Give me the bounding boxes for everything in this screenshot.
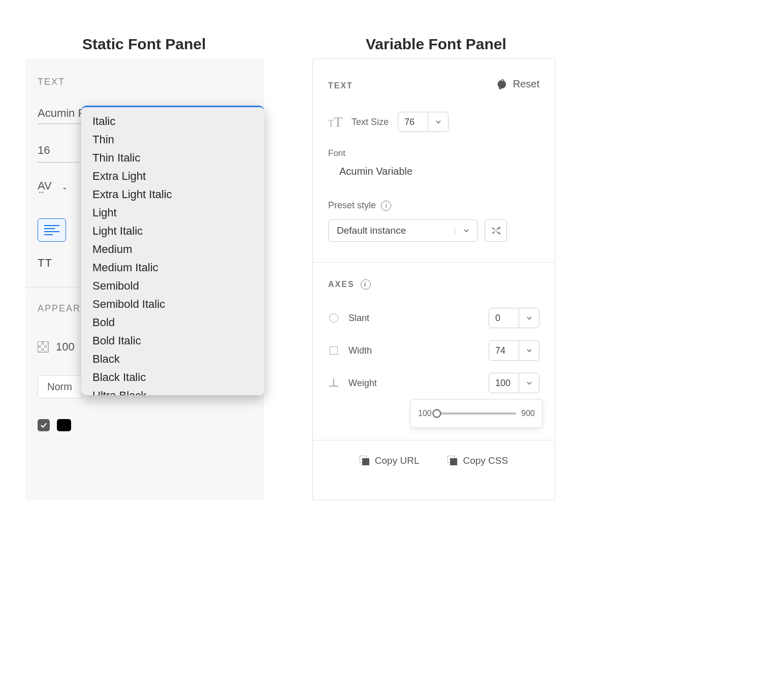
axis-slant-value: 0 — [489, 308, 519, 328]
tracking-value[interactable]: - — [63, 181, 67, 195]
shuffle-button[interactable] — [485, 219, 507, 242]
text-size-label: Text Size — [352, 117, 389, 128]
font-weight-option[interactable]: Black Italic — [81, 368, 264, 387]
axis-width-row: Width 74 — [328, 340, 539, 361]
align-left-button[interactable] — [38, 218, 66, 242]
font-weight-option[interactable]: Extra Light — [81, 167, 264, 185]
text-size-icon: TT — [328, 114, 342, 130]
slant-icon — [328, 313, 339, 323]
reset-label: Reset — [513, 78, 539, 90]
axis-weight-row: Weight 100 — [328, 373, 539, 393]
axis-width-input[interactable]: 74 — [489, 340, 539, 361]
opacity-icon — [38, 341, 49, 353]
font-weight-option[interactable]: Semibold — [81, 277, 264, 295]
font-weight-option[interactable]: Extra Light Italic — [81, 185, 264, 204]
width-icon — [328, 346, 339, 355]
font-weight-option[interactable]: Thin Italic — [81, 149, 264, 167]
axis-weight-label: Weight — [348, 378, 480, 389]
chevron-down-icon[interactable] — [455, 227, 477, 234]
axis-width-value: 74 — [489, 341, 519, 360]
opacity-row[interactable]: 100 — [38, 340, 75, 354]
axis-slant-input[interactable]: 0 — [489, 308, 539, 328]
reset-icon — [496, 79, 507, 90]
copy-css-button[interactable]: Copy CSS — [448, 455, 508, 466]
variable-title: Variable Font Panel — [366, 36, 506, 53]
font-weight-dropdown[interactable]: ItalicThinThin ItalicExtra LightExtra Li… — [81, 106, 264, 395]
divider — [313, 440, 555, 440]
weight-slider-max: 900 — [521, 409, 535, 418]
preset-style-value: Default instance — [329, 225, 455, 236]
tracking-icon: AV↔ — [38, 180, 52, 196]
font-weight-option[interactable]: Light Italic — [81, 222, 264, 240]
reset-button[interactable]: Reset — [496, 78, 539, 90]
fill-row — [38, 419, 71, 431]
blend-mode-button[interactable]: Norm — [38, 375, 82, 398]
font-weight-option[interactable]: Thin — [81, 131, 264, 149]
font-weight-option[interactable]: Black — [81, 350, 264, 368]
slider-thumb[interactable] — [432, 409, 441, 418]
copy-url-button[interactable]: Copy URL — [360, 455, 420, 466]
preset-style-label: Preset style — [328, 200, 376, 211]
section-text-label: TEXT — [328, 81, 353, 90]
preset-style-select[interactable]: Default instance — [328, 219, 477, 242]
divider — [313, 262, 555, 263]
text-size-input[interactable]: 76 — [398, 112, 449, 132]
font-weight-option[interactable]: Bold Italic — [81, 332, 264, 350]
axis-width-label: Width — [348, 345, 480, 356]
font-size-field[interactable]: 16 — [38, 144, 79, 163]
copy-css-label: Copy CSS — [463, 455, 508, 466]
font-weight-option[interactable]: Semibold Italic — [81, 295, 264, 313]
chevron-down-icon[interactable] — [428, 112, 448, 132]
axis-slant-row: Slant 0 — [328, 308, 539, 328]
font-weight-option[interactable]: Light — [81, 204, 264, 222]
axis-weight-value: 100 — [489, 373, 519, 393]
chevron-down-icon[interactable] — [519, 308, 539, 328]
section-axes-label: AXES — [328, 280, 355, 289]
font-weight-option[interactable]: Italic — [81, 112, 264, 131]
section-appearance-label: APPEAR — [38, 303, 81, 314]
align-left-icon — [38, 218, 66, 242]
weight-slider-min: 100 — [418, 409, 432, 418]
font-weight-option[interactable]: Medium Italic — [81, 259, 264, 277]
weight-icon — [328, 378, 339, 388]
font-value[interactable]: Acumin Variable — [339, 166, 412, 177]
weight-slider[interactable] — [437, 412, 517, 415]
axis-weight-input[interactable]: 100 — [489, 373, 539, 393]
variable-font-panel: TEXT Reset TT Text Size 76 Font Acumin V… — [312, 58, 555, 500]
font-weight-option[interactable]: Bold — [81, 313, 264, 332]
copy-icon — [448, 456, 458, 466]
chevron-down-icon[interactable] — [519, 341, 539, 360]
text-size-value: 76 — [398, 112, 428, 132]
info-icon[interactable]: i — [381, 201, 391, 211]
font-label: Font — [328, 148, 345, 158]
fill-checkbox[interactable] — [38, 419, 50, 431]
text-transform-label[interactable]: TT — [38, 257, 52, 270]
axis-slant-label: Slant — [348, 313, 480, 324]
section-text-label: TEXT — [38, 77, 65, 87]
chevron-down-icon[interactable] — [519, 373, 539, 393]
opacity-value: 100 — [56, 340, 75, 354]
static-title: Static Font Panel — [82, 36, 206, 53]
tracking-row: AV↔ - — [38, 180, 67, 196]
copy-url-label: Copy URL — [375, 455, 420, 466]
copy-icon — [360, 456, 370, 466]
blend-mode-value: Norm — [47, 381, 72, 392]
weight-slider-popover: 100 900 — [410, 399, 542, 428]
shuffle-icon — [490, 225, 501, 236]
fill-color-swatch[interactable] — [57, 419, 71, 431]
info-icon[interactable]: i — [361, 279, 371, 290]
font-weight-option[interactable]: Medium — [81, 240, 264, 259]
font-weight-option[interactable]: Ultra Black — [81, 387, 264, 395]
